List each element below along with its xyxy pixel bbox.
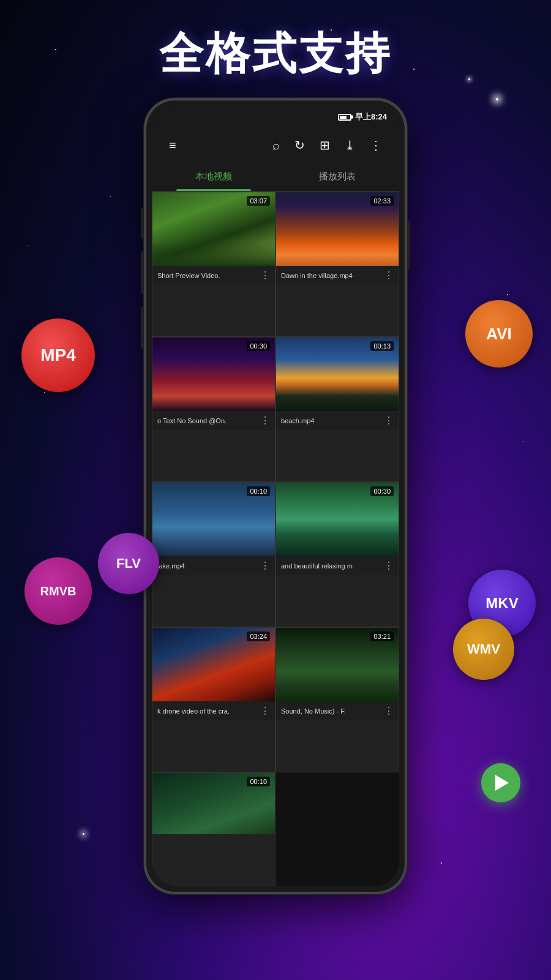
video-info-2: Dawn in the village.mp4 ⋮ (276, 266, 399, 285)
phone-notch (251, 106, 300, 119)
video-thumb-8: 03:21 (276, 628, 399, 701)
status-time: 早上8:24 (355, 111, 387, 123)
video-item-8[interactable]: 03:21 Sound, No Music) - F. ⋮ (276, 627, 399, 772)
bubble-flv: FLV (98, 533, 159, 594)
video-duration-6: 00:30 (370, 486, 394, 496)
video-thumb-9: 00:10 (152, 773, 275, 834)
video-info-1: Short Preview Video. ⋮ (152, 266, 275, 285)
video-info-4: beach.mp4 ⋮ (276, 411, 399, 430)
video-title-8: Sound, No Music) - F. (281, 707, 380, 715)
video-item-6[interactable]: 00:30 and beautiful relaxing m ⋮ (276, 482, 399, 627)
page-title: 全格式支持 (0, 24, 551, 83)
video-title-6: and beautiful relaxing m (281, 562, 380, 570)
video-menu-7[interactable]: ⋮ (257, 705, 270, 717)
video-menu-4[interactable]: ⋮ (380, 415, 394, 426)
video-thumb-7: 03:24 (152, 628, 275, 701)
video-menu-3[interactable]: ⋮ (257, 415, 270, 426)
bubble-mp4: MP4 (21, 318, 95, 392)
video-thumb-3: 00:30 (152, 337, 275, 411)
video-info-6: and beautiful relaxing m ⋮ (276, 556, 399, 575)
video-menu-5[interactable]: ⋮ (257, 560, 270, 571)
download-icon[interactable]: ⤓ (337, 133, 362, 157)
tabs-bar: 本地视频 播放列表 (152, 162, 399, 192)
play-icon (495, 775, 509, 791)
video-item-1[interactable]: 03:07 Short Preview Video. ⋮ (152, 192, 276, 337)
video-item-4[interactable]: 00:13 beach.mp4 ⋮ (276, 337, 399, 482)
bubble-avi: AVI (465, 300, 533, 368)
video-duration-7: 03:24 (247, 631, 270, 641)
video-duration-8: 03:21 (370, 631, 394, 641)
video-duration-3: 00:30 (247, 341, 270, 351)
video-thumb-2: 02:33 (276, 192, 399, 266)
video-menu-2[interactable]: ⋮ (380, 270, 394, 281)
bubble-rmvb: RMVB (24, 557, 92, 625)
app-toolbar: ≡ ⌕ ↻ ⊞ ⤓ ⋮ (152, 128, 399, 162)
battery-icon (338, 114, 351, 121)
video-item-7[interactable]: 03:24 k drone video of the cra. ⋮ (152, 627, 276, 772)
video-menu-8[interactable]: ⋮ (380, 705, 394, 717)
power-button (407, 221, 410, 270)
refresh-icon[interactable]: ↻ (287, 133, 312, 157)
play-fab-button[interactable] (481, 763, 520, 802)
video-duration-9: 00:10 (247, 777, 270, 786)
tab-playlist[interactable]: 播放列表 (276, 162, 399, 191)
video-info-3: o Text No Sound @On. ⋮ (152, 411, 275, 430)
video-menu-1[interactable]: ⋮ (257, 270, 270, 281)
video-thumb-5: 00:10 (152, 483, 275, 556)
phone-screen: 早上8:24 ≡ ⌕ ↻ ⊞ ⤓ ⋮ 本地视频 播放列表 (152, 106, 399, 886)
video-duration-2: 02:33 (370, 196, 394, 206)
video-title-4: beach.mp4 (281, 417, 380, 424)
video-grid: 03:07 Short Preview Video. ⋮ 02:33 Dawn … (152, 192, 399, 886)
video-title-2: Dawn in the village.mp4 (281, 272, 380, 279)
video-thumb-6: 00:30 (276, 483, 399, 556)
video-title-7: k drone video of the cra. (157, 707, 257, 715)
more-icon[interactable]: ⋮ (362, 133, 389, 157)
grid-icon[interactable]: ⊞ (312, 133, 337, 157)
video-menu-6[interactable]: ⋮ (380, 560, 394, 571)
search-icon[interactable]: ⌕ (265, 134, 287, 157)
tab-local-video[interactable]: 本地视频 (152, 162, 276, 191)
video-title-1: Short Preview Video. (157, 272, 257, 279)
video-info-8: Sound, No Music) - F. ⋮ (276, 701, 399, 720)
video-duration-1: 03:07 (247, 196, 270, 206)
menu-icon[interactable]: ≡ (162, 134, 184, 157)
phone-mockup: 早上8:24 ≡ ⌕ ↻ ⊞ ⤓ ⋮ 本地视频 播放列表 (144, 98, 407, 894)
phone-frame: 早上8:24 ≡ ⌕ ↻ ⊞ ⤓ ⋮ 本地视频 播放列表 (144, 98, 407, 894)
video-info-5: lake.mp4 ⋮ (152, 556, 275, 575)
video-item-2[interactable]: 02:33 Dawn in the village.mp4 ⋮ (276, 192, 399, 337)
video-item-5[interactable]: 00:10 lake.mp4 ⋮ (152, 482, 276, 627)
video-item-9[interactable]: 00:10 (152, 772, 276, 886)
video-title-5: lake.mp4 (157, 562, 257, 570)
video-item-3[interactable]: 00:30 o Text No Sound @On. ⋮ (152, 337, 276, 482)
video-duration-5: 00:10 (247, 486, 270, 496)
bubble-wmv: WMV (453, 619, 514, 680)
video-duration-4: 00:13 (370, 341, 394, 351)
video-thumb-1: 03:07 (152, 192, 275, 266)
video-info-7: k drone video of the cra. ⋮ (152, 701, 275, 720)
video-thumb-4: 00:13 (276, 337, 399, 411)
video-title-3: o Text No Sound @On. (157, 417, 257, 424)
